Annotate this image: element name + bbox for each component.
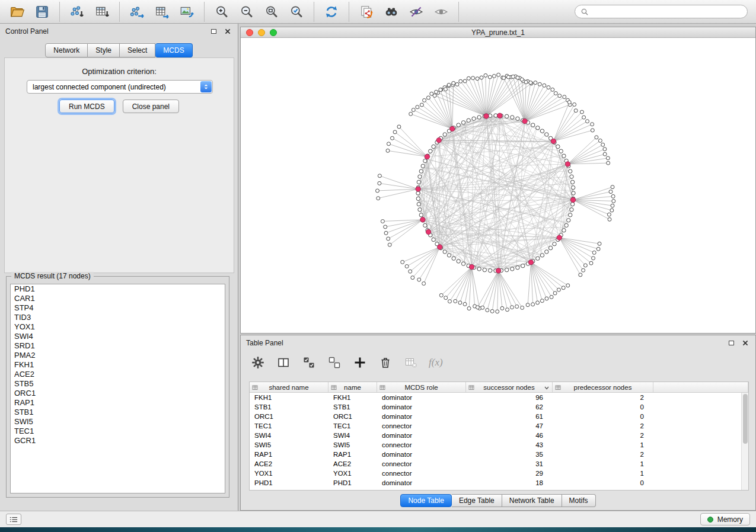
tab-style[interactable]: Style <box>88 43 120 57</box>
mcds-result-item[interactable]: SWI5 <box>11 417 225 427</box>
table-row[interactable]: PHD1PHD1dominator180 <box>250 478 741 488</box>
mcds-result-item[interactable]: STB5 <box>11 379 225 389</box>
delete-table-icon <box>404 355 418 370</box>
cell: FKH1 <box>250 394 328 401</box>
mcds-result-item[interactable]: YOX1 <box>11 322 225 332</box>
delete-icon <box>378 355 393 370</box>
close-mcds-panel-button[interactable]: Close panel <box>123 100 179 113</box>
optimization-criterion-label: Optimization criterion: <box>5 67 234 76</box>
table-row[interactable]: SWI4SWI4dominator462 <box>250 431 741 440</box>
optimization-criterion-select[interactable]: largest connected component (undirected) <box>27 80 213 94</box>
export-table-button[interactable] <box>151 3 173 21</box>
apply-layout-button[interactable] <box>320 3 343 21</box>
mcds-result-item[interactable]: SWI4 <box>11 332 225 341</box>
table-scrollbar[interactable] <box>741 393 748 490</box>
mcds-result-title: MCDS result (17 nodes) <box>11 272 94 280</box>
export-image-button[interactable] <box>176 3 198 21</box>
tab-mcds[interactable]: MCDS <box>155 43 192 57</box>
function-builder-button[interactable]: f(x) <box>429 357 443 368</box>
mcds-result-item[interactable]: STB1 <box>11 408 225 417</box>
zoom-out-button[interactable] <box>235 3 258 21</box>
column-header-MCDS-role[interactable]: MCDS role <box>377 382 466 392</box>
mcds-result-item[interactable]: SRD1 <box>11 341 225 351</box>
settings-button[interactable] <box>250 355 266 370</box>
tab-node-table[interactable]: Node Table <box>400 494 452 507</box>
apply-layout-icon <box>324 4 339 20</box>
duplicate-network-button[interactable] <box>355 3 378 21</box>
mcds-result-item[interactable]: RAP1 <box>11 398 225 408</box>
find-binoculars-button[interactable] <box>380 3 403 21</box>
cell: 29 <box>466 470 553 477</box>
tab-edge-table[interactable]: Edge Table <box>452 494 502 507</box>
deselect-all-button[interactable] <box>327 355 342 370</box>
network-canvas[interactable] <box>241 38 755 333</box>
add-button[interactable] <box>352 355 368 370</box>
mcds-result-item[interactable]: STP4 <box>11 303 225 313</box>
table-row[interactable]: FKH1FKH1dominator962 <box>250 393 741 402</box>
columns-button[interactable] <box>276 355 291 370</box>
show-graphics-details-button[interactable] <box>430 3 452 21</box>
tab-motifs[interactable]: Motifs <box>562 494 596 507</box>
hide-selected-button[interactable] <box>405 3 428 21</box>
export-network-button[interactable] <box>126 3 148 21</box>
task-history-button[interactable] <box>6 514 21 525</box>
column-type-icon <box>468 384 474 390</box>
tab-network[interactable]: Network <box>45 43 88 57</box>
table-row[interactable]: YOX1YOX1connector291 <box>250 469 741 478</box>
zoom-selected-button[interactable] <box>285 3 308 21</box>
network-graph[interactable] <box>241 38 755 333</box>
mcds-result-item[interactable]: GCR1 <box>11 436 225 446</box>
float-window-icon <box>211 29 216 34</box>
close-table-panel-button[interactable] <box>741 338 750 348</box>
column-header-shared-name[interactable]: shared name <box>250 382 328 392</box>
float-table-panel-button[interactable] <box>726 338 736 348</box>
cell: 47 <box>466 422 553 430</box>
minimize-window-icon[interactable] <box>258 29 265 36</box>
zoom-in-icon <box>214 4 229 20</box>
tab-select[interactable]: Select <box>120 43 155 57</box>
toolbar-group <box>205 2 314 22</box>
mcds-result-list[interactable]: PHD1CAR1STP4TID3YOX1SWI4SRD1PMA2FKH1ACE2… <box>10 284 225 493</box>
zoom-fit-button[interactable] <box>260 3 283 21</box>
network-window-titlebar[interactable]: YPA_prune.txt_1 <box>241 27 755 38</box>
import-network-button[interactable] <box>66 3 88 21</box>
import-table-button[interactable] <box>91 3 113 21</box>
mcds-result-item[interactable]: TID3 <box>11 313 225 322</box>
delete-table-button[interactable] <box>403 355 419 370</box>
mcds-result-item[interactable]: CAR1 <box>11 294 225 303</box>
zoom-in-button[interactable] <box>210 3 233 21</box>
open-button[interactable] <box>6 3 28 21</box>
mcds-result-item[interactable]: PMA2 <box>11 351 225 360</box>
table-row[interactable]: TEC1TEC1connector472 <box>250 421 741 431</box>
mcds-result-item[interactable]: FKH1 <box>11 360 225 370</box>
maximize-window-icon[interactable] <box>270 29 277 36</box>
table-row[interactable]: STB1STB1dominator620 <box>250 402 741 412</box>
cell: 31 <box>466 460 553 467</box>
select-all-button[interactable] <box>301 355 317 370</box>
column-header-name[interactable]: name <box>328 382 377 392</box>
float-panel-button[interactable] <box>209 27 218 36</box>
delete-button[interactable] <box>378 355 393 370</box>
run-mcds-button[interactable]: Run MCDS <box>59 100 114 113</box>
memory-button[interactable]: Memory <box>700 513 750 525</box>
close-window-icon[interactable] <box>246 29 253 36</box>
column-header-predecessor-nodes[interactable]: predecessor nodes <box>553 382 653 392</box>
mcds-result-item[interactable]: TEC1 <box>11 427 225 436</box>
mcds-result-item[interactable]: PHD1 <box>11 284 225 294</box>
scrollbar-thumb[interactable] <box>743 394 748 444</box>
save-button[interactable] <box>31 3 53 21</box>
table-row[interactable]: ORC1ORC1dominator610 <box>250 412 741 421</box>
mcds-result-item[interactable]: ORC1 <box>11 389 225 398</box>
cell: dominator <box>377 394 466 401</box>
mcds-result-groupbox: MCDS result (17 nodes) PHD1CAR1STP4TID3Y… <box>6 276 229 498</box>
table-row[interactable]: RAP1RAP1dominator352 <box>250 450 741 459</box>
close-control-panel-button[interactable] <box>223 27 232 36</box>
search-box[interactable] <box>575 5 748 18</box>
mcds-result-item[interactable]: ACE2 <box>11 370 225 379</box>
column-header-successor-nodes[interactable]: successor nodes <box>466 382 553 392</box>
table-row[interactable]: SWI5SWI5connector431 <box>250 440 741 450</box>
search-input[interactable] <box>592 8 742 16</box>
tab-network-table[interactable]: Network Table <box>502 494 562 507</box>
cell: YOX1 <box>250 470 328 477</box>
table-row[interactable]: ACE2ACE2connector311 <box>250 459 741 469</box>
